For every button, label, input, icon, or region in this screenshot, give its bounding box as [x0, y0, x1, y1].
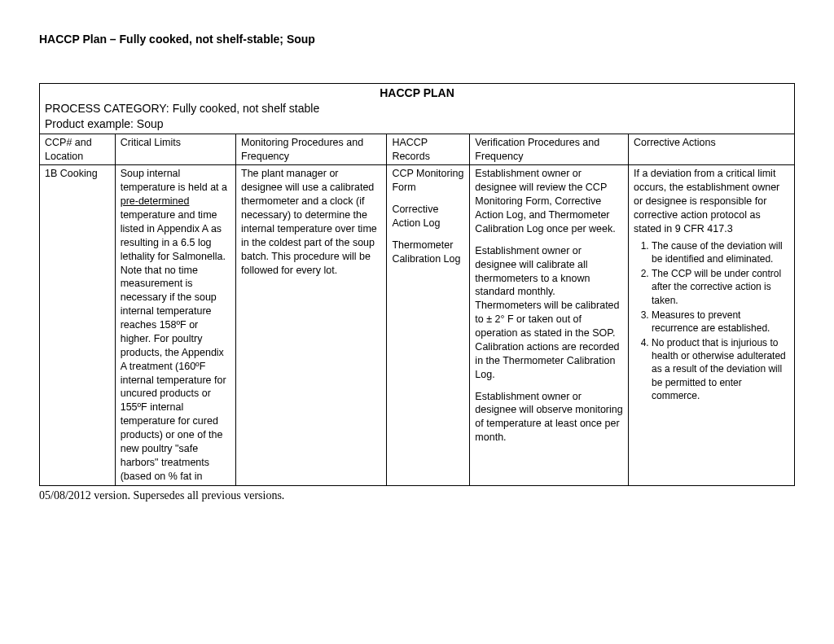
corrective-item: No product that is injurious to health o…	[652, 336, 789, 402]
cell-corrective: If a deviation from a critical limit occ…	[629, 165, 795, 485]
header-row: CCP# and Location Critical Limits Monito…	[40, 134, 795, 165]
footer-version: 05/08/2012 version. Supersedes all previ…	[39, 489, 795, 502]
corrective-intro: If a deviation from a critical limit occ…	[634, 168, 779, 234]
header-records: HACCP Records	[387, 134, 470, 165]
limits-pre: Soup internal temperature is held at a	[121, 168, 227, 193]
corrective-item: The cause of the deviation will be ident…	[652, 239, 789, 265]
cell-limits: Soup internal temperature is held at a p…	[115, 165, 235, 485]
cell-ccp: 1B Cooking	[40, 165, 116, 485]
records-2: Corrective Action Log	[392, 203, 464, 230]
data-row: 1B Cooking Soup internal temperature is …	[40, 165, 795, 485]
verification-2: Establishment owner or designee will cal…	[475, 244, 623, 382]
verification-3: Establishment owner or designee will obs…	[475, 390, 623, 445]
records-3: Thermometer Calibration Log	[392, 239, 464, 266]
header-ccp: CCP# and Location	[40, 134, 116, 165]
corrective-item: Measures to prevent recurrence are estab…	[652, 309, 789, 335]
header-limits: Critical Limits	[115, 134, 235, 165]
limits-underlined: pre-determined	[121, 195, 190, 207]
corrective-item: The CCP will be under control after the …	[652, 267, 789, 307]
limits-post: temperature and time listed in Appendix …	[121, 209, 226, 482]
cell-monitoring: The plant manager or designee will use a…	[236, 165, 387, 485]
verification-1: Establishment owner or designee will rev…	[475, 167, 623, 235]
header-verification: Verification Procedures and Frequency	[470, 134, 629, 165]
haccp-table: HACCP PLAN PROCESS CATEGORY: Fully cooke…	[39, 83, 795, 486]
records-1: CCP Monitoring Form	[392, 167, 464, 195]
header-monitoring: Monitoring Procedures and Frequency	[236, 134, 387, 165]
header-corrective: Corrective Actions	[629, 134, 795, 165]
cell-verification: Establishment owner or designee will rev…	[470, 165, 629, 485]
process-category: PROCESS CATEGORY: Fully cooked, not shel…	[45, 101, 789, 116]
product-example: Product example: Soup	[45, 116, 789, 132]
document-title: HACCP Plan – Fully cooked, not shelf-sta…	[39, 33, 795, 46]
table-title: HACCP PLAN	[45, 85, 789, 101]
corrective-list: The cause of the deviation will be ident…	[634, 239, 789, 402]
cell-records: CCP Monitoring Form Corrective Action Lo…	[387, 165, 470, 485]
